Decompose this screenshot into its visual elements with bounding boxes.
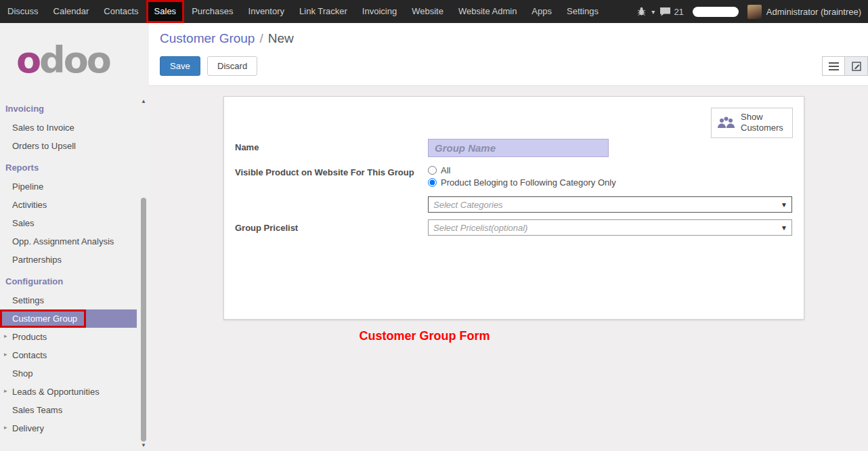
categories-select[interactable]: Select Categories ▼ [428,196,792,213]
expand-arrow-icon[interactable]: ▸ [4,332,7,339]
breadcrumb-separator: / [259,31,263,45]
radio-all-label: All [441,165,450,175]
sidebar-item-label: Settings [12,295,44,305]
sidebar-item-label: Activities [12,200,47,210]
menu-purchases[interactable]: Purchases [184,0,240,23]
sidebar-item-sales[interactable]: Sales [0,214,137,232]
radio-option-all[interactable]: All [428,165,792,175]
save-button[interactable]: Save [160,56,200,76]
form-sheet: Show Customers Name Visible Product on W… [223,96,804,320]
debug-bug-icon[interactable] [636,7,647,16]
menu-apps[interactable]: Apps [524,0,559,23]
menu-invoicing[interactable]: Invoicing [355,0,404,23]
group-name-input[interactable] [428,139,609,157]
visibility-label: Visible Product on Website For This Grou… [235,164,428,177]
status-pill[interactable] [693,7,739,17]
show-customers-label: Show Customers [741,112,784,134]
sidebar-item-shop[interactable]: Shop [0,364,137,383]
pricelist-label: Group Pricelist [235,219,428,233]
sidebar: odoo Invoicing Sales to Invoice Orders t… [0,23,149,451]
sidebar-item-label: Sales [12,218,35,228]
main-area: Customer Group/New Save Discard [149,23,868,451]
discard-button[interactable]: Discard [207,56,257,76]
sidebar-item-label: Opp. Assignment Analysis [12,236,114,246]
menu-website[interactable]: Website [404,0,451,23]
sidebar-item-settings[interactable]: Settings [0,291,137,309]
scroll-down-icon[interactable]: ▼ [139,442,148,450]
sidebar-item-opp-assignment-analysis[interactable]: Opp. Assignment Analysis [0,232,137,251]
show-customers-button[interactable]: Show Customers [711,108,793,138]
messages-icon[interactable] [659,7,671,16]
sidebar-item-leads-opportunities[interactable]: ▸Leads & Opportunities [0,383,137,401]
form-view-icon [852,62,861,71]
messages-count[interactable]: 21 [674,7,683,17]
sidebar-scrollbar[interactable]: ▲ ▼ [139,98,148,450]
sidebar-item-label: Contacts [12,350,47,360]
breadcrumb-parent-link[interactable]: Customer Group [160,31,255,45]
content-area: Show Customers Name Visible Product on W… [149,86,868,451]
top-menubar: Discuss Calendar Contacts Sales Purchase… [0,0,868,23]
annotation-caption: Customer Group Form [289,329,560,343]
pricelist-select-placeholder: Select Pricelist(optional) [433,223,527,233]
dropdown-arrow-icon: ▼ [781,201,787,209]
odoo-logo-rest: doo [39,39,110,81]
menu-contacts[interactable]: Contacts [96,0,146,23]
sidebar-item-customer-group[interactable]: Customer Group [0,309,137,328]
sidebar-item-label: Sales to Invoice [12,123,74,133]
odoo-logo-accent-letter: o [16,39,39,81]
scrollbar-thumb[interactable] [141,198,146,442]
radio-category-only-label: Product Beloging to Following Category O… [441,177,616,188]
expand-arrow-icon[interactable]: ▸ [4,387,7,394]
pricelist-select[interactable]: Select Pricelist(optional) ▼ [428,219,792,236]
sidebar-nav: Invoicing Sales to Invoice Orders to Ups… [0,96,149,437]
sidebar-section-configuration: Configuration [0,269,137,291]
radio-all-input[interactable] [428,166,437,175]
menu-inventory[interactable]: Inventory [241,0,292,23]
sidebar-item-label: Leads & Opportunities [12,387,100,397]
sidebar-section-invoicing: Invoicing [0,96,137,119]
sidebar-item-label: Partnerships [12,255,62,265]
form-fields: Name Visible Product on Website For This… [235,139,790,236]
menu-calendar[interactable]: Calendar [46,0,97,23]
sidebar-item-pipeline[interactable]: Pipeline [0,177,137,196]
sidebar-item-label: Shop [12,368,32,379]
sidebar-item-sales-to-invoice[interactable]: Sales to Invoice [0,119,137,137]
menu-link-tracker[interactable]: Link Tracker [292,0,355,23]
expand-arrow-icon[interactable]: ▸ [4,424,7,431]
radio-category-only-input[interactable] [428,178,437,187]
sidebar-item-activities[interactable]: Activities [0,196,137,214]
control-buttons-row: Save Discard [160,56,868,76]
menu-website-admin[interactable]: Website Admin [451,0,524,23]
caret-down-icon[interactable]: ▾ [651,8,655,16]
menu-discuss[interactable]: Discuss [0,0,46,23]
sidebar-item-label: Products [12,332,47,342]
breadcrumb-current: New [268,31,294,45]
sidebar-item-label: Pipeline [12,181,43,192]
avatar[interactable] [747,5,762,19]
control-panel: Customer Group/New Save Discard [149,23,868,86]
sidebar-section-reports: Reports [0,155,137,177]
menu-settings[interactable]: Settings [559,0,606,23]
sidebar-item-sales-teams[interactable]: Sales Teams [0,401,137,419]
categories-select-placeholder: Select Categories [433,200,503,210]
scroll-up-icon[interactable]: ▲ [139,98,148,106]
customers-group-icon [717,116,735,130]
form-view-button[interactable] [845,56,868,76]
sidebar-item-partnerships[interactable]: Partnerships [0,251,137,269]
list-view-icon [829,62,839,70]
sidebar-item-contacts[interactable]: ▸Contacts [0,346,137,364]
dropdown-arrow-icon: ▼ [781,224,787,232]
expand-arrow-icon[interactable]: ▸ [4,351,7,358]
sidebar-item-delivery[interactable]: ▸Delivery [0,419,137,437]
sidebar-item-orders-to-upsell[interactable]: Orders to Upsell [0,137,137,155]
radio-option-category-only[interactable]: Product Beloging to Following Category O… [428,177,792,188]
sidebar-item-products[interactable]: ▸Products [0,328,137,346]
visibility-radio-group: All Product Beloging to Following Catego… [428,164,792,190]
list-view-button[interactable] [822,56,845,76]
sidebar-item-label: Orders to Upsell [12,141,76,151]
sidebar-item-label: Sales Teams [12,405,62,415]
user-menu[interactable]: Administrator (braintree) [766,7,861,17]
menu-sales[interactable]: Sales [146,0,185,23]
topbar-right-tools: ▾ 21 Administrator (braintree) [636,0,868,23]
top-menu-list: Discuss Calendar Contacts Sales Purchase… [0,0,606,23]
